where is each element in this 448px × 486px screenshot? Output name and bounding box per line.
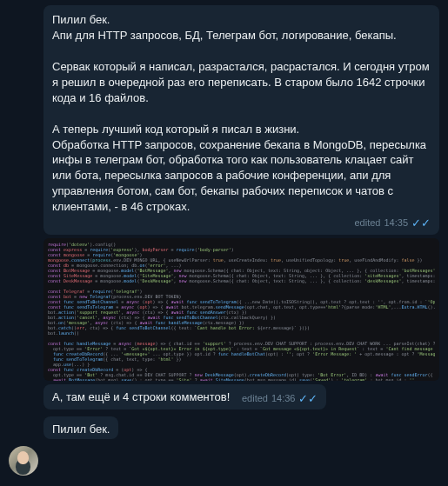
- message-time: 14:36: [271, 393, 296, 403]
- avatar[interactable]: [9, 446, 38, 476]
- message-text: А, там ещё и 4 строки комментов!: [52, 390, 230, 403]
- message-meta: edited14:35✓✓: [52, 216, 431, 230]
- message-time: 14:35: [384, 217, 408, 228]
- message-bubble[interactable]: А, там ещё и 4 строки комментов! edited1…: [43, 384, 326, 409]
- message-text: Пилил бек.: [52, 423, 110, 436]
- chat-thread: Пилил бек. Апи для HTTP запросов, БД, Те…: [0, 0, 448, 443]
- read-receipt-icon: ✓✓: [298, 392, 318, 405]
- read-receipt-icon: ✓✓: [411, 216, 431, 230]
- message-bubble[interactable]: Пилил бек. Апи для HTTP запросов, БД, Те…: [43, 5, 439, 235]
- code-screenshot-attachment[interactable]: require('dotenv').config() const express…: [43, 238, 439, 381]
- message-text: Пилил бек. Апи для HTTP запросов, БД, Те…: [52, 12, 431, 215]
- edited-label: edited: [354, 217, 380, 228]
- message-bubble[interactable]: Пилил бек.: [43, 416, 118, 439]
- message-meta: edited14:36✓✓: [242, 392, 318, 405]
- edited-label: edited: [242, 393, 268, 403]
